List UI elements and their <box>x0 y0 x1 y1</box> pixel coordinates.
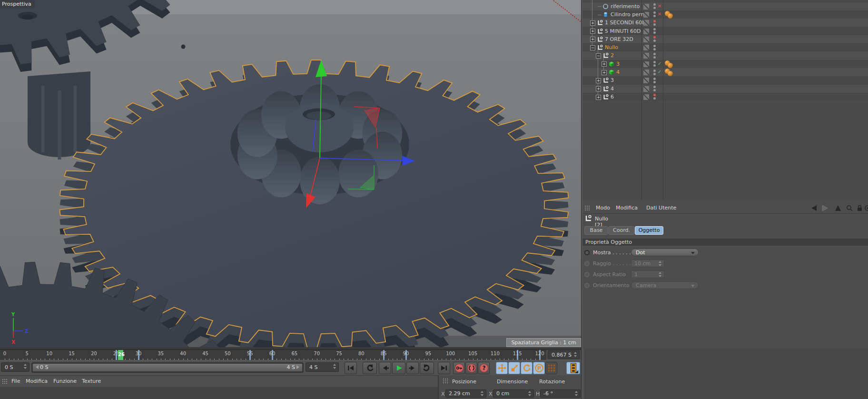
layer-swatch-icon[interactable] <box>643 78 649 83</box>
keyframe-circle-icon[interactable] <box>584 272 590 277</box>
next-frame-button[interactable] <box>406 362 419 374</box>
spinner-arrows-icon[interactable] <box>659 261 662 266</box>
visibility-render-dot[interactable] <box>653 81 656 83</box>
object-name[interactable]: 6 <box>611 94 614 100</box>
expander-plus-icon[interactable]: + <box>596 78 601 83</box>
property-spinner-field[interactable]: 10 cm <box>631 259 664 267</box>
size-x-field[interactable]: 0 cm <box>493 389 534 398</box>
key-pla-toggle[interactable] <box>545 362 557 374</box>
menu-dati-utente[interactable]: Dati Utente <box>646 205 676 211</box>
visibility-editor-dot[interactable] <box>653 20 656 22</box>
visibility-render-dot[interactable] <box>653 7 656 9</box>
spinner-arrows-icon[interactable] <box>659 272 662 277</box>
layer-swatch-icon[interactable] <box>643 70 649 75</box>
previous-frame-button[interactable] <box>379 362 391 374</box>
viewport-3d[interactable]: YZX Prospettiva Spaziatura Griglia : 1 c… <box>0 0 581 349</box>
size-x-spinner-icon[interactable] <box>528 391 532 396</box>
menu-modo[interactable]: Modo <box>596 205 610 211</box>
object-row[interactable]: +5 MINUTI 60D <box>582 27 868 36</box>
rotation-h-field[interactable]: -6 ° <box>540 389 581 398</box>
visibility-editor-dot[interactable] <box>653 45 656 47</box>
material-manager-area[interactable] <box>0 388 438 399</box>
parent-object-icon[interactable] <box>835 205 841 213</box>
layer-swatch-icon[interactable] <box>643 45 649 50</box>
layer-swatch-icon[interactable] <box>643 53 649 59</box>
visibility-render-dot[interactable] <box>653 97 656 100</box>
object-row[interactable]: −2 <box>582 51 868 60</box>
object-name[interactable]: 7 ORE 32D <box>605 36 633 42</box>
keyframe-circle-icon[interactable] <box>584 283 590 288</box>
range-bar-end-cap[interactable]: 4 S <box>287 364 299 371</box>
enabled-on-icon[interactable]: ✓ <box>658 61 661 66</box>
object-row[interactable]: +1 SECONDI 60D <box>582 19 868 27</box>
object-row[interactable]: riferimento✕ <box>582 2 868 11</box>
object-name[interactable]: 2 <box>611 52 614 59</box>
expander-minus-icon[interactable]: − <box>596 53 601 59</box>
history-back-icon[interactable] <box>810 205 819 213</box>
property-spinner-field[interactable]: 1 <box>631 270 664 278</box>
visibility-render-dot[interactable] <box>653 73 656 75</box>
lock-icon[interactable] <box>857 205 863 213</box>
object-name[interactable]: 3 <box>611 77 614 83</box>
property-dropdown[interactable]: Dot <box>631 249 699 256</box>
layer-swatch-icon[interactable] <box>643 37 649 42</box>
section-proprieta-oggetto[interactable]: Proprietà Oggetto <box>582 239 868 246</box>
visibility-render-dot[interactable] <box>653 31 656 34</box>
object-row[interactable]: +7 ORE 32D <box>582 35 868 44</box>
enabled-off-icon[interactable]: ✕ <box>658 3 661 9</box>
enabled-on-icon[interactable]: ✓ <box>658 69 661 74</box>
expander-plus-icon[interactable]: + <box>596 86 601 91</box>
object-name[interactable]: 3 <box>616 61 620 67</box>
tab-coord[interactable]: Coord. <box>609 226 634 235</box>
range-bar-start-cap[interactable]: 0 S <box>36 364 48 371</box>
visibility-render-dot[interactable] <box>653 48 656 50</box>
tab-oggetto[interactable]: Oggetto <box>635 226 663 235</box>
property-dropdown[interactable]: Camera <box>631 281 699 289</box>
layer-swatch-icon[interactable] <box>643 12 649 18</box>
material-tag-icon[interactable] <box>668 63 673 68</box>
range-end-spinner-icon[interactable] <box>333 364 336 369</box>
expander-minus-icon[interactable]: − <box>590 45 595 50</box>
menu-texture[interactable]: Texture <box>82 378 101 384</box>
object-row[interactable]: +4✓ <box>582 68 868 77</box>
visibility-editor-dot[interactable] <box>653 3 656 6</box>
timeline-ruler[interactable]: 0510152025303540455055606570758085909510… <box>0 349 546 361</box>
keyframe-options-button[interactable]: ? <box>478 362 490 374</box>
menu-file[interactable]: File <box>11 378 20 384</box>
key-scale-toggle[interactable] <box>508 362 520 374</box>
preview-range-slider[interactable]: 0 S 4 S <box>31 362 304 373</box>
layer-swatch-icon[interactable] <box>643 29 649 34</box>
object-name[interactable]: 5 MINUTI 60D <box>605 28 641 34</box>
material-tag-icon[interactable] <box>668 71 673 76</box>
expander-plus-icon[interactable]: + <box>590 29 595 34</box>
visibility-editor-dot[interactable] <box>653 11 656 14</box>
play-button[interactable] <box>392 362 405 374</box>
visibility-editor-dot[interactable] <box>653 78 656 80</box>
visibility-render-dot[interactable] <box>653 23 656 26</box>
range-start-field[interactable]: 0 S <box>1 362 30 372</box>
panel-grip-icon[interactable] <box>2 379 8 385</box>
layer-swatch-icon[interactable] <box>643 20 649 26</box>
layer-swatch-icon[interactable] <box>643 61 649 67</box>
viewport-camera-label[interactable]: Prospettiva <box>0 0 35 9</box>
object-row[interactable]: +3✓ <box>582 60 868 69</box>
range-start-spinner-icon[interactable] <box>24 364 27 369</box>
menu-funzione[interactable]: Funzione <box>53 378 77 384</box>
object-row[interactable]: +4 <box>582 85 868 93</box>
tab-base[interactable]: Base <box>584 226 608 235</box>
visibility-editor-dot[interactable] <box>653 86 656 88</box>
menu-modifica[interactable]: Modifica <box>26 378 48 384</box>
object-name[interactable]: 4 <box>611 86 614 92</box>
object-row[interactable]: +3 <box>582 76 868 85</box>
visibility-editor-dot[interactable] <box>653 36 656 39</box>
key-rotation-toggle[interactable] <box>521 362 533 374</box>
menu-modifica[interactable]: Modifica <box>616 205 638 211</box>
object-name[interactable]: Cilindro perno <box>611 11 647 18</box>
object-name[interactable]: 4 <box>616 69 620 75</box>
enabled-off-icon[interactable]: ✕ <box>658 11 661 17</box>
search-icon[interactable] <box>846 205 853 213</box>
material-tag-icon[interactable] <box>668 13 673 19</box>
object-row[interactable]: +6 <box>582 93 868 101</box>
timeline-window-button[interactable] <box>566 362 580 374</box>
expander-plus-icon[interactable]: + <box>590 20 595 26</box>
